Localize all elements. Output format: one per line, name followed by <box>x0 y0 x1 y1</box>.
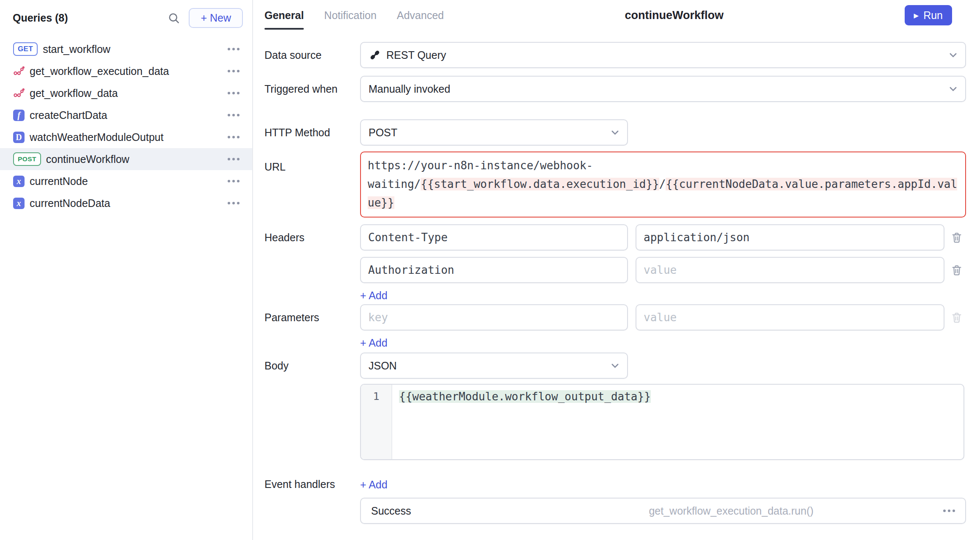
add-event-handler-button[interactable]: + Add <box>360 478 388 491</box>
workflow-graph-icon <box>13 88 25 99</box>
header-key-input[interactable] <box>360 224 628 251</box>
run-button[interactable]: ▶ Run <box>905 5 952 25</box>
parameters-label: Parameters <box>264 304 360 331</box>
query-name: start_workflow <box>43 43 223 55</box>
query-name: currentNode <box>30 175 223 187</box>
url-input[interactable]: https://your-n8n-instance/webhook-waitin… <box>360 152 966 218</box>
variable-icon: x <box>13 176 25 187</box>
query-list: GET start_workflow get_workflow_executio… <box>0 36 252 214</box>
query-name: watchWeatherModuleOutput <box>30 131 223 143</box>
query-item-watch-weather-module-output[interactable]: D watchWeatherModuleOutput <box>0 126 252 148</box>
body-code-editor[interactable]: 1 {{weatherModule.workflow_output_data}} <box>360 384 964 460</box>
triggered-when-row: Triggered when Manually invoked <box>264 76 966 102</box>
event-handlers-label: Event handlers <box>264 478 360 524</box>
event-handlers-row: Event handlers + Add Success get_workflo… <box>264 478 966 524</box>
parameter-value-input[interactable] <box>636 304 944 331</box>
chevron-down-icon <box>947 83 959 95</box>
ellipsis-menu-icon[interactable] <box>228 158 239 160</box>
workflow-graph-icon <box>13 66 25 77</box>
header-row <box>360 224 966 251</box>
header-value-input[interactable] <box>636 257 944 283</box>
query-item-current-node[interactable]: x currentNode <box>0 170 252 192</box>
ellipsis-menu-icon[interactable] <box>228 136 239 138</box>
data-source-select[interactable]: REST Query <box>360 42 966 68</box>
query-name: get_workflow_data <box>30 87 223 99</box>
body-row: Body JSON 1 {{weatherModule.workflow_out… <box>264 353 966 460</box>
http-method-label: HTTP Method <box>264 119 360 146</box>
data-source-label: Data source <box>264 42 360 68</box>
event-handler-action: get_workflow_execution_data.run() <box>523 505 939 517</box>
query-item-continue-workflow-selected[interactable]: POST continueWorkflow <box>0 148 252 170</box>
parameter-key-input[interactable] <box>360 304 628 331</box>
ellipsis-menu-icon[interactable] <box>228 202 239 204</box>
variable-icon: x <box>13 198 25 209</box>
query-name: createChartData <box>30 109 223 121</box>
ellipsis-menu-icon[interactable] <box>228 92 239 94</box>
ellipsis-menu-icon[interactable] <box>228 180 239 182</box>
run-button-label: Run <box>923 9 943 22</box>
search-icon[interactable] <box>164 8 183 27</box>
trash-icon[interactable] <box>950 231 963 244</box>
chevron-down-icon <box>609 360 621 372</box>
editor-topbar: General Notification Advanced continueWo… <box>253 0 980 30</box>
query-item-current-node-data[interactable]: x currentNodeData <box>0 192 252 214</box>
data-source-value: REST Query <box>386 49 446 61</box>
query-item-start-workflow[interactable]: GET start_workflow <box>0 38 252 60</box>
query-item-get-workflow-data[interactable]: get_workflow_data <box>0 82 252 104</box>
tab-general[interactable]: General <box>264 0 304 30</box>
query-item-get-workflow-execution-data[interactable]: get_workflow_execution_data <box>0 60 252 82</box>
http-method-row: HTTP Method POST <box>264 119 966 146</box>
parameters-row: Parameters + <box>264 304 966 350</box>
query-name: currentNodeData <box>30 197 223 209</box>
body-label: Body <box>264 353 360 379</box>
play-icon: ▶ <box>914 12 919 19</box>
url-template-segment: {{start_workflow.data.execution_id}} <box>421 178 659 190</box>
query-name: continueWorkflow <box>46 153 223 165</box>
header-value-input[interactable] <box>636 224 944 251</box>
js-function-icon: f <box>13 110 25 121</box>
body-format-select[interactable]: JSON <box>360 353 628 379</box>
ellipsis-menu-icon[interactable] <box>943 510 955 512</box>
code-template-token: {{weatherModule.workflow_output_data}} <box>399 390 651 403</box>
sidebar-header: Queries (8) + New <box>0 0 252 36</box>
triggered-when-select[interactable]: Manually invoked <box>360 76 966 102</box>
new-query-button[interactable]: + New <box>189 8 243 28</box>
post-method-badge: POST <box>13 152 41 166</box>
chevron-down-icon <box>947 49 959 61</box>
app-window: Queries (8) + New GET start_workflow <box>0 0 980 540</box>
http-method-select[interactable]: POST <box>360 119 628 146</box>
header-key-input[interactable] <box>360 257 628 283</box>
editor-tabs: General Notification Advanced <box>264 0 444 30</box>
trash-icon[interactable] <box>950 264 963 276</box>
triggered-when-label: Triggered when <box>264 76 360 102</box>
add-parameter-button[interactable]: + Add <box>360 336 388 349</box>
url-segment: / <box>659 178 666 190</box>
event-handler-event: Success <box>371 505 523 517</box>
body-format-value: JSON <box>369 360 397 372</box>
triggered-when-value: Manually invoked <box>369 83 450 95</box>
header-row <box>360 257 966 283</box>
editor-line-number: 1 <box>361 385 392 459</box>
add-header-button[interactable]: + Add <box>360 289 388 302</box>
query-title: continueWorkflow <box>444 9 905 22</box>
url-row: URL https://your-n8n-instance/webhook-wa… <box>264 152 966 218</box>
event-handler-item[interactable]: Success get_workflow_execution_data.run(… <box>360 498 966 524</box>
editor-code-line[interactable]: {{weatherModule.workflow_output_data}} <box>392 385 658 459</box>
ellipsis-menu-icon[interactable] <box>228 48 239 50</box>
chevron-down-icon <box>609 127 621 139</box>
tab-advanced[interactable]: Advanced <box>397 0 444 30</box>
query-name: get_workflow_execution_data <box>30 65 223 77</box>
ellipsis-menu-icon[interactable] <box>228 70 239 72</box>
data-watcher-icon: D <box>13 132 25 143</box>
headers-label: Headers <box>264 224 360 251</box>
parameter-row <box>360 304 966 331</box>
url-label: URL <box>264 152 360 218</box>
tab-notification[interactable]: Notification <box>324 0 377 30</box>
ellipsis-menu-icon[interactable] <box>228 114 239 116</box>
get-method-badge: GET <box>13 42 38 56</box>
query-item-create-chart-data[interactable]: f createChartData <box>0 104 252 126</box>
queries-sidebar: Queries (8) + New GET start_workflow <box>0 0 253 540</box>
data-source-row: Data source REST Quer <box>264 42 966 68</box>
http-method-value: POST <box>369 127 397 139</box>
headers-row: Headers <box>264 224 966 303</box>
